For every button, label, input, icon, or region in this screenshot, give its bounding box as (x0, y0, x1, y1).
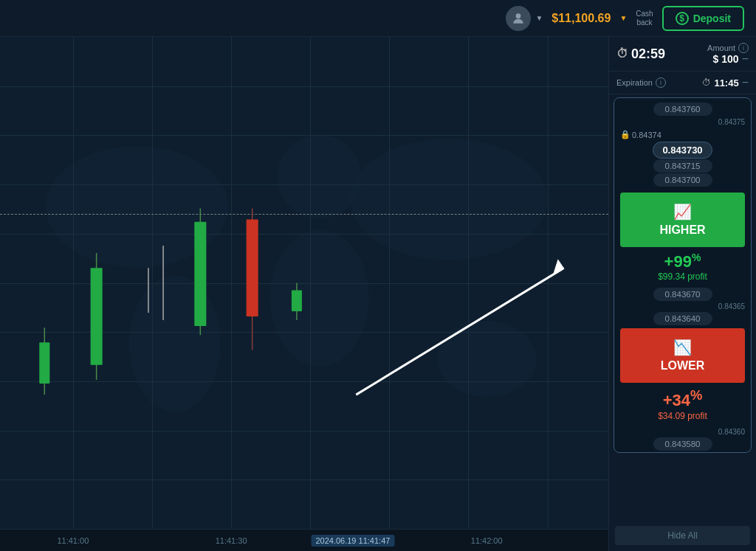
amount-value: $ 100 (713, 53, 739, 65)
balance-display: $11,100.69 (551, 12, 611, 25)
balance-arrow: ▼ (619, 14, 627, 22)
price-item-6: 0.843640 (614, 312, 751, 325)
higher-icon: 📈 (673, 203, 692, 221)
lower-profit-pct: +34% (614, 387, 751, 410)
hide-all-button[interactable]: Hide All (615, 526, 750, 545)
candlestick-chart (0, 37, 608, 529)
expiration-section: Expiration i ⏱ 11:45 − (609, 72, 756, 94)
user-area[interactable]: ▼ (506, 6, 543, 31)
top-controls: ⏱ 02:59 Amount i $ 100 − (609, 37, 756, 72)
price-column: 0.843760 0.84375 🔒 0.84374 0.843730 0.84… (614, 98, 751, 188)
expiration-info-icon[interactable]: i (656, 77, 666, 88)
price-item-4: 0.843700 (614, 173, 751, 187)
higher-profit-pct: +99% (614, 252, 751, 271)
svg-rect-49 (194, 222, 206, 326)
amount-section: Amount i $ 100 − (707, 43, 749, 65)
avatar (506, 6, 531, 31)
lock-price-row: 🔒 0.84374 (614, 128, 751, 141)
svg-rect-45 (91, 268, 103, 364)
expiration-value: 11:45 (714, 77, 738, 89)
x-label-current: 2024.06.19 11:41:47 (311, 535, 394, 547)
higher-profit-amount: $99.34 profit (614, 271, 751, 282)
expiration-clock-icon: ⏱ (702, 77, 711, 88)
x-label-4: 11:42:00 (471, 536, 503, 545)
higher-profit-display: +99% $99.34 profit (614, 249, 751, 286)
amount-label: Amount (707, 44, 735, 52)
price-column-3: 0.84360 0.843580 (614, 426, 751, 452)
deposit-button[interactable]: $ Deposit (662, 6, 744, 31)
lock-icon: 🔒 (620, 130, 630, 139)
amount-info-icon[interactable]: i (738, 43, 749, 53)
lower-profit-display: +34% $34.09 profit (614, 384, 751, 425)
price-pill-6[interactable]: 0.843640 (653, 312, 712, 325)
lock-price-display: 🔒 0.84374 (620, 130, 662, 139)
svg-rect-53 (292, 291, 302, 311)
price-item-1: 0.843760 (614, 103, 751, 116)
price-pill-9[interactable]: 0.843580 (653, 437, 712, 451)
amount-minus-button[interactable]: − (742, 53, 749, 65)
svg-rect-51 (247, 220, 258, 316)
current-price-item: 0.843730 (614, 142, 751, 159)
lower-profit-amount: $34.09 profit (614, 411, 751, 421)
header: ▼ $11,100.69 ▼ Cashback $ Deposit (0, 0, 756, 37)
timer-value: 02:59 (631, 46, 665, 62)
price-item-5: 0.843670 (614, 288, 751, 301)
lower-icon: 📉 (673, 339, 692, 356)
deposit-icon: $ (676, 12, 689, 25)
price-label-360: 0.84360 (614, 427, 751, 437)
price-pill-5[interactable]: 0.843670 (653, 288, 712, 301)
svg-rect-43 (39, 342, 49, 384)
timer: ⏱ 02:59 (616, 46, 665, 62)
expiration-minus-button[interactable]: − (742, 76, 749, 89)
svg-point-0 (516, 13, 521, 18)
lower-label: LOWER (661, 359, 705, 372)
expiration-label: Expiration (616, 78, 653, 87)
x-label-2: 11:41:30 (216, 536, 247, 545)
x-axis: 11:41:00 11:41:30 2024.06.19 11:41:47 11… (0, 529, 608, 551)
price-pill-1[interactable]: 0.843760 (653, 103, 712, 116)
timer-icon: ⏱ (616, 47, 628, 60)
higher-button[interactable]: 📈 HIGHER (620, 193, 745, 247)
user-dropdown-arrow[interactable]: ▼ (535, 14, 543, 22)
price-column-2: 0.843670 0.84365 0.843640 (614, 286, 751, 327)
current-price-pill[interactable]: 0.843730 (653, 142, 712, 159)
cashback-button[interactable]: Cashback (636, 10, 653, 27)
price-label-365: 0.84365 (614, 302, 751, 311)
price-label-375: 0.84375 (614, 117, 751, 128)
trading-panel-box: 0.843760 0.84375 🔒 0.84374 0.843730 0.84… (614, 97, 752, 453)
higher-label: HIGHER (659, 223, 705, 237)
x-label-1: 11:41:00 (57, 536, 89, 545)
price-item-7: 0.843580 (614, 437, 751, 451)
lock-price-value: 0.84374 (632, 131, 662, 139)
price-item-3: 0.843715 (614, 159, 751, 173)
price-pill-4[interactable]: 0.843700 (653, 173, 712, 187)
right-panel: ⏱ 02:59 Amount i $ 100 − Expiration i ⏱ … (608, 37, 756, 551)
lower-button[interactable]: 📉 LOWER (620, 328, 745, 383)
price-pill-3[interactable]: 0.843715 (653, 159, 712, 173)
chart-area (0, 37, 608, 529)
